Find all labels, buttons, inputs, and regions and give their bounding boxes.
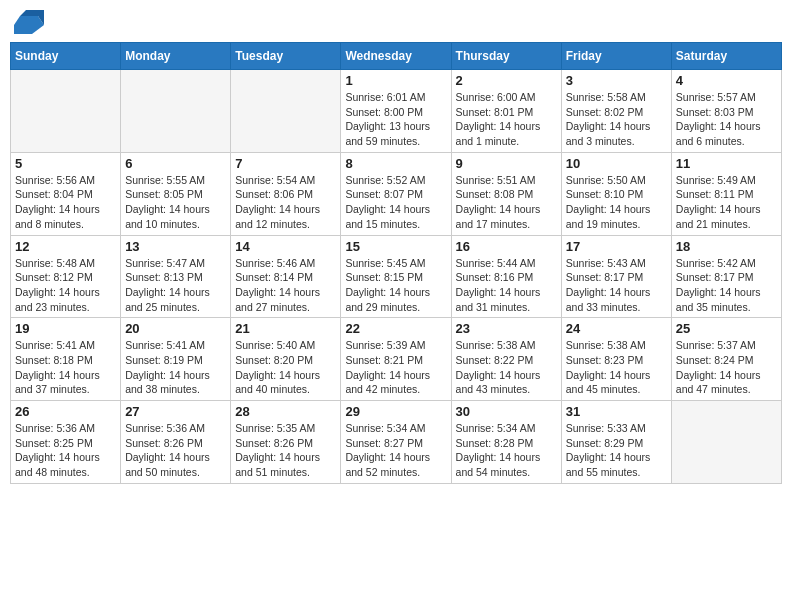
day-number: 23: [456, 321, 557, 336]
day-info: Sunrise: 5:33 AMSunset: 8:29 PMDaylight:…: [566, 421, 667, 480]
day-info: Sunrise: 5:56 AMSunset: 8:04 PMDaylight:…: [15, 173, 116, 232]
day-info: Sunrise: 5:47 AMSunset: 8:13 PMDaylight:…: [125, 256, 226, 315]
calendar-cell: 15Sunrise: 5:45 AMSunset: 8:15 PMDayligh…: [341, 235, 451, 318]
weekday-header-saturday: Saturday: [671, 43, 781, 70]
calendar-week-row-4: 19Sunrise: 5:41 AMSunset: 8:18 PMDayligh…: [11, 318, 782, 401]
calendar-cell: 23Sunrise: 5:38 AMSunset: 8:22 PMDayligh…: [451, 318, 561, 401]
day-info: Sunrise: 6:00 AMSunset: 8:01 PMDaylight:…: [456, 90, 557, 149]
calendar-cell: 31Sunrise: 5:33 AMSunset: 8:29 PMDayligh…: [561, 401, 671, 484]
calendar-cell: 1Sunrise: 6:01 AMSunset: 8:00 PMDaylight…: [341, 70, 451, 153]
day-info: Sunrise: 5:43 AMSunset: 8:17 PMDaylight:…: [566, 256, 667, 315]
calendar-cell: [671, 401, 781, 484]
calendar-cell: 22Sunrise: 5:39 AMSunset: 8:21 PMDayligh…: [341, 318, 451, 401]
day-number: 16: [456, 239, 557, 254]
calendar-table: SundayMondayTuesdayWednesdayThursdayFrid…: [10, 42, 782, 484]
day-number: 22: [345, 321, 446, 336]
day-number: 28: [235, 404, 336, 419]
logo: [14, 10, 48, 34]
day-number: 15: [345, 239, 446, 254]
day-info: Sunrise: 5:34 AMSunset: 8:27 PMDaylight:…: [345, 421, 446, 480]
day-info: Sunrise: 5:57 AMSunset: 8:03 PMDaylight:…: [676, 90, 777, 149]
calendar-cell: 9Sunrise: 5:51 AMSunset: 8:08 PMDaylight…: [451, 152, 561, 235]
day-info: Sunrise: 5:55 AMSunset: 8:05 PMDaylight:…: [125, 173, 226, 232]
calendar-cell: 4Sunrise: 5:57 AMSunset: 8:03 PMDaylight…: [671, 70, 781, 153]
calendar-cell: 10Sunrise: 5:50 AMSunset: 8:10 PMDayligh…: [561, 152, 671, 235]
day-info: Sunrise: 5:48 AMSunset: 8:12 PMDaylight:…: [15, 256, 116, 315]
calendar-cell: 28Sunrise: 5:35 AMSunset: 8:26 PMDayligh…: [231, 401, 341, 484]
day-number: 19: [15, 321, 116, 336]
weekday-header-wednesday: Wednesday: [341, 43, 451, 70]
day-info: Sunrise: 5:35 AMSunset: 8:26 PMDaylight:…: [235, 421, 336, 480]
day-number: 10: [566, 156, 667, 171]
calendar-cell: [121, 70, 231, 153]
calendar-cell: 27Sunrise: 5:36 AMSunset: 8:26 PMDayligh…: [121, 401, 231, 484]
day-info: Sunrise: 5:58 AMSunset: 8:02 PMDaylight:…: [566, 90, 667, 149]
calendar-cell: 16Sunrise: 5:44 AMSunset: 8:16 PMDayligh…: [451, 235, 561, 318]
page-header: [10, 10, 782, 34]
weekday-header-sunday: Sunday: [11, 43, 121, 70]
calendar-cell: 11Sunrise: 5:49 AMSunset: 8:11 PMDayligh…: [671, 152, 781, 235]
calendar-cell: 2Sunrise: 6:00 AMSunset: 8:01 PMDaylight…: [451, 70, 561, 153]
day-number: 8: [345, 156, 446, 171]
weekday-header-tuesday: Tuesday: [231, 43, 341, 70]
day-number: 3: [566, 73, 667, 88]
calendar-cell: 21Sunrise: 5:40 AMSunset: 8:20 PMDayligh…: [231, 318, 341, 401]
day-info: Sunrise: 5:38 AMSunset: 8:23 PMDaylight:…: [566, 338, 667, 397]
day-info: Sunrise: 5:54 AMSunset: 8:06 PMDaylight:…: [235, 173, 336, 232]
calendar-cell: 26Sunrise: 5:36 AMSunset: 8:25 PMDayligh…: [11, 401, 121, 484]
day-info: Sunrise: 5:34 AMSunset: 8:28 PMDaylight:…: [456, 421, 557, 480]
day-info: Sunrise: 5:38 AMSunset: 8:22 PMDaylight:…: [456, 338, 557, 397]
day-info: Sunrise: 5:50 AMSunset: 8:10 PMDaylight:…: [566, 173, 667, 232]
day-info: Sunrise: 5:46 AMSunset: 8:14 PMDaylight:…: [235, 256, 336, 315]
day-number: 12: [15, 239, 116, 254]
day-info: Sunrise: 5:40 AMSunset: 8:20 PMDaylight:…: [235, 338, 336, 397]
day-number: 2: [456, 73, 557, 88]
calendar-cell: 18Sunrise: 5:42 AMSunset: 8:17 PMDayligh…: [671, 235, 781, 318]
day-number: 1: [345, 73, 446, 88]
day-number: 30: [456, 404, 557, 419]
day-info: Sunrise: 5:45 AMSunset: 8:15 PMDaylight:…: [345, 256, 446, 315]
calendar-cell: 24Sunrise: 5:38 AMSunset: 8:23 PMDayligh…: [561, 318, 671, 401]
day-number: 11: [676, 156, 777, 171]
day-number: 17: [566, 239, 667, 254]
day-number: 6: [125, 156, 226, 171]
calendar-cell: 12Sunrise: 5:48 AMSunset: 8:12 PMDayligh…: [11, 235, 121, 318]
weekday-header-row: SundayMondayTuesdayWednesdayThursdayFrid…: [11, 43, 782, 70]
calendar-cell: 13Sunrise: 5:47 AMSunset: 8:13 PMDayligh…: [121, 235, 231, 318]
calendar-week-row-2: 5Sunrise: 5:56 AMSunset: 8:04 PMDaylight…: [11, 152, 782, 235]
day-number: 5: [15, 156, 116, 171]
weekday-header-monday: Monday: [121, 43, 231, 70]
calendar-cell: 7Sunrise: 5:54 AMSunset: 8:06 PMDaylight…: [231, 152, 341, 235]
svg-marker-0: [14, 16, 44, 34]
weekday-header-friday: Friday: [561, 43, 671, 70]
day-info: Sunrise: 5:39 AMSunset: 8:21 PMDaylight:…: [345, 338, 446, 397]
day-info: Sunrise: 5:51 AMSunset: 8:08 PMDaylight:…: [456, 173, 557, 232]
logo-icon: [14, 10, 44, 34]
day-info: Sunrise: 5:36 AMSunset: 8:26 PMDaylight:…: [125, 421, 226, 480]
calendar-cell: 19Sunrise: 5:41 AMSunset: 8:18 PMDayligh…: [11, 318, 121, 401]
calendar-week-row-1: 1Sunrise: 6:01 AMSunset: 8:00 PMDaylight…: [11, 70, 782, 153]
day-number: 24: [566, 321, 667, 336]
day-number: 27: [125, 404, 226, 419]
day-info: Sunrise: 5:37 AMSunset: 8:24 PMDaylight:…: [676, 338, 777, 397]
calendar-cell: 8Sunrise: 5:52 AMSunset: 8:07 PMDaylight…: [341, 152, 451, 235]
day-number: 26: [15, 404, 116, 419]
day-info: Sunrise: 5:36 AMSunset: 8:25 PMDaylight:…: [15, 421, 116, 480]
day-number: 7: [235, 156, 336, 171]
day-info: Sunrise: 5:52 AMSunset: 8:07 PMDaylight:…: [345, 173, 446, 232]
day-number: 18: [676, 239, 777, 254]
day-number: 14: [235, 239, 336, 254]
calendar-cell: 3Sunrise: 5:58 AMSunset: 8:02 PMDaylight…: [561, 70, 671, 153]
weekday-header-thursday: Thursday: [451, 43, 561, 70]
day-number: 21: [235, 321, 336, 336]
calendar-cell: [231, 70, 341, 153]
day-info: Sunrise: 5:41 AMSunset: 8:19 PMDaylight:…: [125, 338, 226, 397]
day-number: 9: [456, 156, 557, 171]
day-info: Sunrise: 5:44 AMSunset: 8:16 PMDaylight:…: [456, 256, 557, 315]
calendar-cell: 25Sunrise: 5:37 AMSunset: 8:24 PMDayligh…: [671, 318, 781, 401]
calendar-week-row-5: 26Sunrise: 5:36 AMSunset: 8:25 PMDayligh…: [11, 401, 782, 484]
day-info: Sunrise: 5:42 AMSunset: 8:17 PMDaylight:…: [676, 256, 777, 315]
calendar-cell: 29Sunrise: 5:34 AMSunset: 8:27 PMDayligh…: [341, 401, 451, 484]
day-info: Sunrise: 5:41 AMSunset: 8:18 PMDaylight:…: [15, 338, 116, 397]
calendar-cell: 5Sunrise: 5:56 AMSunset: 8:04 PMDaylight…: [11, 152, 121, 235]
